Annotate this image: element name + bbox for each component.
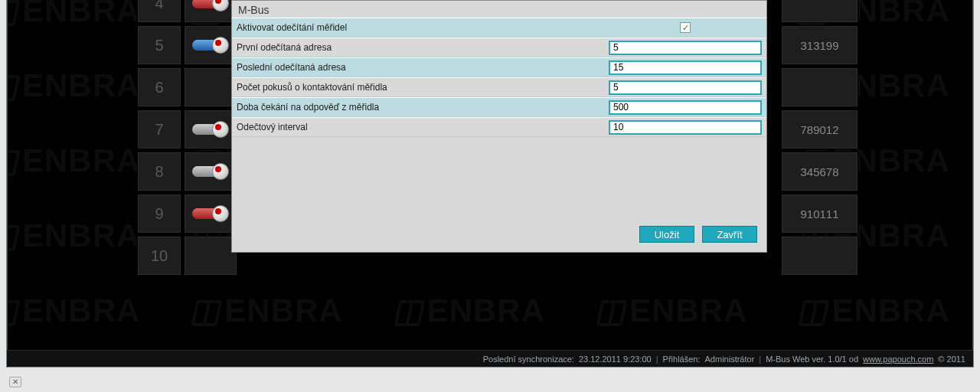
field-attempts-row: Počet pokusů o kontaktování měřidla: [232, 77, 766, 97]
field-activate-label: Aktivovat odečítání měřidel: [237, 22, 609, 33]
field-first-label: První odečítaná adresa: [237, 42, 609, 53]
meter-icon: [184, 152, 237, 191]
field-attempts-label: Počet pokusů o kontaktování měřidla: [237, 82, 609, 93]
meter-icon: [184, 236, 237, 276]
field-last-row: Poslední odečítaná adresa: [232, 57, 766, 77]
save-button[interactable]: Uložit: [639, 226, 694, 243]
field-activate-checkbox[interactable]: ✓: [680, 22, 691, 33]
row-number: 9: [137, 194, 181, 234]
field-wait-label: Doba čekání na odpověď z měřidla: [237, 102, 609, 113]
row-number: 8: [137, 152, 181, 191]
row-value: 910111: [781, 194, 858, 234]
field-first-row: První odečítaná adresa: [232, 38, 766, 57]
separator: |: [656, 354, 658, 364]
close-button[interactable]: Zavřít: [702, 226, 757, 243]
row-value: [781, 236, 858, 276]
meter-icon: [184, 25, 237, 65]
meter-icon: [184, 194, 237, 234]
meter-icon: [184, 109, 237, 149]
field-first-input[interactable]: [609, 41, 762, 55]
sync-time: 23.12.2011 9:23:00: [579, 354, 652, 364]
login-user: Administrátor: [705, 354, 755, 364]
row-value: 313199: [781, 25, 858, 65]
meter-icon: [184, 67, 237, 107]
row-number: 5: [137, 25, 181, 65]
field-interval-row: Odečtový interval: [232, 117, 766, 137]
row-number: 7: [137, 109, 181, 149]
login-label: Přihlášen:: [663, 354, 701, 364]
field-interval-label: Odečtový interval: [237, 122, 609, 132]
close-icon[interactable]: ✕: [9, 377, 21, 387]
row-value: 789012: [781, 109, 858, 149]
row-value: [781, 67, 858, 107]
copyright: © 2011: [938, 354, 965, 364]
field-wait-input[interactable]: [609, 100, 762, 115]
meter-icon: [184, 0, 237, 23]
row-value: 345678: [781, 152, 858, 191]
field-attempts-input[interactable]: [609, 80, 762, 95]
row-number: 4: [137, 0, 181, 23]
status-bar: Poslední synchronizace: 23.12.2011 9:23:…: [7, 350, 973, 367]
field-wait-row: Doba čekání na odpověď z měřidla: [232, 97, 766, 117]
row-value: [781, 0, 858, 23]
row-number: 10: [137, 236, 181, 276]
separator: |: [759, 354, 761, 364]
version-text: M-Bus Web ver. 1.0/1 od: [766, 354, 858, 364]
field-activate-row: Aktivovat odečítání měřidel ✓: [232, 18, 766, 38]
row-number: 6: [137, 67, 181, 107]
vendor-link[interactable]: www.papouch.com: [863, 354, 933, 364]
mbus-dialog: M-Bus Aktivovat odečítání měřidel ✓ Prvn…: [231, 0, 767, 253]
dialog-title: M-Bus: [232, 1, 766, 18]
field-interval-input[interactable]: [609, 120, 762, 135]
sync-label: Poslední synchronizace:: [483, 354, 574, 364]
field-last-label: Poslední odečítaná adresa: [237, 62, 609, 73]
field-last-input[interactable]: [609, 60, 762, 75]
